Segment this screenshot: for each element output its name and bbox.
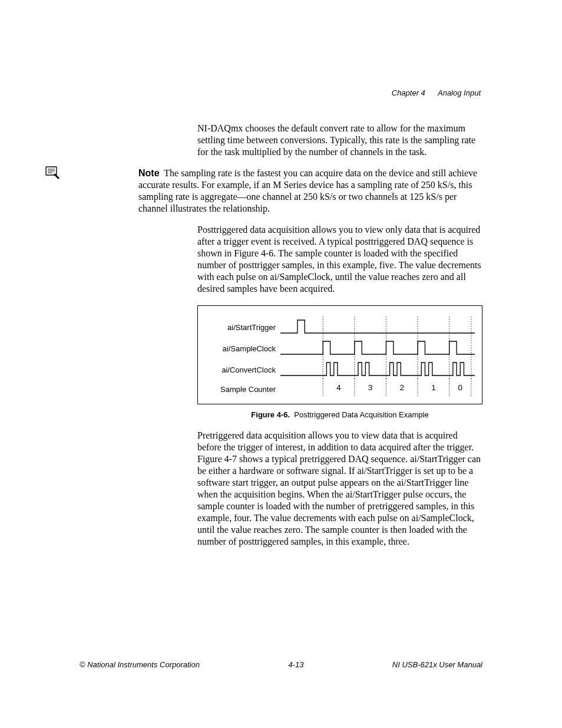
counter-val-2: 2 <box>400 383 404 392</box>
paragraph-1: NI-DAQmx chooses the default convert rat… <box>197 123 482 158</box>
footer-center: 4-13 <box>288 660 303 669</box>
page: Chapter 4 Analog Input NI-DAQmx chooses … <box>0 0 562 728</box>
paragraph-3: Pretriggered data acquisition allows you… <box>197 430 482 548</box>
signal-wave-start-trigger <box>280 317 475 338</box>
signal-label-sample-counter: Sample Counter <box>205 385 280 394</box>
note-body: The sampling rate is the fastest you can… <box>138 168 477 213</box>
figure-number: Figure 4-6. <box>251 410 290 419</box>
signal-label-sample-clock: ai/SampleClock <box>205 344 280 353</box>
counter-val-0: 4 <box>336 383 340 392</box>
signal-row-start-trigger: ai/StartTrigger <box>205 317 475 338</box>
signal-wave-convert-clock <box>280 359 475 380</box>
signal-row-convert-clock: ai/ConvertClock <box>205 359 475 380</box>
header-title: Analog Input <box>438 88 481 97</box>
signal-row-sample-clock: ai/SampleClock <box>205 338 475 359</box>
note-text: Note The sampling rate is the fastest yo… <box>138 167 482 215</box>
signal-wave-sample-clock <box>280 338 475 359</box>
footer-right: NI USB-621x User Manual <box>392 660 482 669</box>
figure-caption-text: Posttriggered Data Acquisition Example <box>294 410 428 419</box>
header-chapter: Chapter 4 <box>392 88 425 97</box>
counter-val-1: 3 <box>368 383 372 392</box>
footer-left: © National Instruments Corporation <box>80 660 200 669</box>
counter-val-3: 1 <box>431 383 435 392</box>
note-icon <box>44 165 61 179</box>
signal-row-sample-counter: Sample Counter 4 3 <box>205 380 475 398</box>
counter-val-4: 0 <box>458 383 462 392</box>
figure-4-6: ai/StartTrigger <box>197 305 482 404</box>
sample-counter-values: 4 3 2 1 0 <box>280 378 475 400</box>
signal-label-convert-clock: ai/ConvertClock <box>205 365 280 374</box>
figure-caption: Figure 4-6. Posttriggered Data Acquisiti… <box>197 410 482 419</box>
running-header: Chapter 4 Analog Input <box>392 88 481 97</box>
signal-label-start-trigger: ai/StartTrigger <box>205 323 280 332</box>
paragraph-2: Posttriggered data acquisition allows yo… <box>197 224 482 295</box>
page-footer: © National Instruments Corporation 4-13 … <box>80 660 482 669</box>
note-block: Note The sampling rate is the fastest yo… <box>80 167 482 215</box>
note-label: Note <box>138 168 160 178</box>
